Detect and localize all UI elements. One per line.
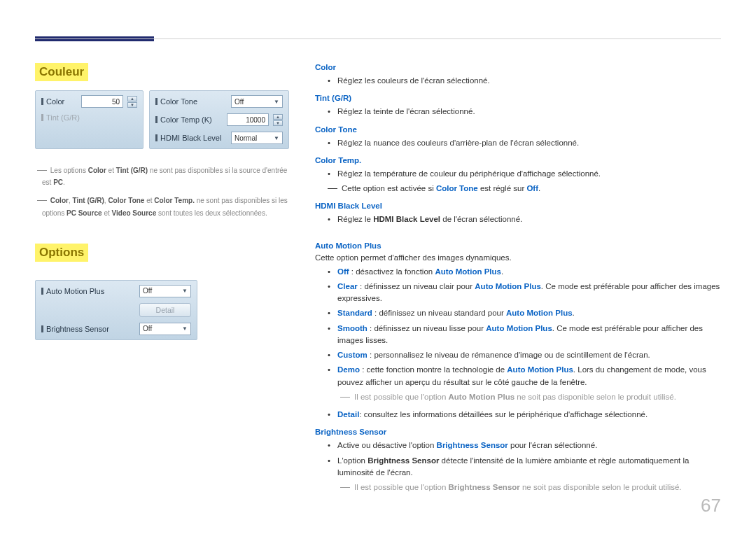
bullet-icon: • xyxy=(328,213,330,225)
chevron-down-icon: ▼ xyxy=(182,325,188,332)
bullet-item: •L'option Brightness Sensor détecte l'in… xyxy=(328,455,721,479)
fn-text: et xyxy=(102,209,112,217)
bullet-icon xyxy=(41,288,43,295)
fn-bold: Tint (G/R) xyxy=(72,197,104,204)
tint-label: Tint (G/R) xyxy=(41,113,137,122)
bullet-text: Demo : cette fonction montre la technolo… xyxy=(337,364,721,388)
bullet-text: Custom : personnalisez le niveau de réma… xyxy=(337,349,650,361)
label-text: Color Temp (K) xyxy=(160,115,212,124)
bullet-icon xyxy=(41,325,43,332)
bullet-text: Réglez la température de couleur du péri… xyxy=(337,168,601,180)
header-rule xyxy=(35,38,721,39)
couleur-panel2: Color Tone Off▼ Color Temp (K) 10000 ▲ ▼… xyxy=(149,90,289,149)
bullet-icon: • xyxy=(328,455,330,479)
chevron-down-icon: ▼ xyxy=(274,135,279,141)
colortemp-value: 10000 xyxy=(246,116,265,124)
dash-icon: ― xyxy=(340,391,350,403)
fn-bold: PC Source xyxy=(66,209,102,217)
bullet-icon: • xyxy=(328,307,330,319)
dash-icon: ― xyxy=(340,482,350,493)
term: Color xyxy=(315,63,721,71)
right-column: Color •Réglez les couleurs de l'écran sé… xyxy=(315,63,721,500)
select-value: Normal xyxy=(234,134,257,142)
bullet-icon: • xyxy=(328,349,330,361)
fn-bold: Color Temp. xyxy=(154,197,195,204)
bullet-icon xyxy=(155,134,158,141)
hdmiblack-select[interactable]: Normal▼ xyxy=(231,132,283,144)
term: Tint (G/R) xyxy=(315,94,721,102)
label-text: Color Tone xyxy=(160,97,197,106)
footnote1: ― Les options Color et Tint (G/R) ne son… xyxy=(35,162,294,188)
detail-button[interactable]: Detail xyxy=(139,303,191,317)
colortemp-row: Color Temp (K) 10000 ▲ ▼ xyxy=(151,111,287,129)
bullet-item: •Clear : définissez un niveau clair pour… xyxy=(328,281,721,305)
bullet-item: •Detail: consultez les informations déta… xyxy=(328,409,721,421)
term: Brightness Sensor xyxy=(315,428,721,436)
dash-icon: ― xyxy=(328,183,337,195)
bullet-icon: • xyxy=(328,137,330,149)
note-text: Il est possible que l'option Brightness … xyxy=(354,482,682,493)
term: HDMI Black Level xyxy=(315,202,721,210)
colortemp-input[interactable]: 10000 xyxy=(227,113,269,126)
fn-text: Les options xyxy=(50,167,88,174)
bullet-icon: • xyxy=(328,266,330,278)
fn-bold: PC xyxy=(53,178,63,186)
hdmiblack-row: HDMI Black Level Normal▼ xyxy=(151,129,287,147)
bullet-item: •Smooth : définissez un niveau lisse pou… xyxy=(328,323,721,347)
bullet-item: •Off : désactivez la fonction Auto Motio… xyxy=(328,266,721,278)
bullet-item: •Réglez les couleurs de l'écran sélectio… xyxy=(328,75,721,87)
automotion-label: Auto Motion Plus xyxy=(41,287,135,295)
bullet-text: Smooth : définissez un niveau lisse pour… xyxy=(337,323,721,347)
tint-row: Tint (G/R) xyxy=(37,111,141,125)
fn-bold: Tint (G/R) xyxy=(116,167,148,174)
couleur-panel1: Color 50 ▲ ▼ Tint (G/R) xyxy=(35,90,144,149)
bullet-item: •Demo : cette fonction montre la technol… xyxy=(328,364,721,388)
term: Color Tone xyxy=(315,125,721,134)
brightness-label: Brightness Sensor xyxy=(41,325,135,333)
page-number: 67 xyxy=(701,495,721,517)
colortone-select[interactable]: Off▼ xyxy=(231,95,283,108)
detail-row: Detail xyxy=(37,300,195,320)
step-down-icon[interactable]: ▼ xyxy=(273,120,283,126)
hdmi-block: HDMI Black Level •Réglez le HDMI Black L… xyxy=(315,202,721,225)
step-up-icon[interactable]: ▲ xyxy=(127,96,137,101)
bullet-icon xyxy=(41,98,43,105)
sub-note: ―Cette option est activée si Color Tone … xyxy=(328,183,721,195)
bullet-text: Réglez la teinte de l'écran sélectionné. xyxy=(337,106,475,118)
bullet-icon: • xyxy=(328,75,330,87)
label-text: HDMI Black Level xyxy=(160,134,221,142)
colortemp-block: Color Temp. •Réglez la température de co… xyxy=(315,156,721,195)
label-text: Auto Motion Plus xyxy=(46,287,104,295)
footnote2: ― Color, Tint (G/R), Color Tone et Color… xyxy=(35,192,294,218)
step-up-icon[interactable]: ▲ xyxy=(273,114,283,120)
fn-bold: Video Source xyxy=(112,209,157,217)
fn-text: et xyxy=(144,197,154,204)
chevron-down-icon: ▼ xyxy=(274,99,279,105)
brightness-row: Brightness Sensor Off▼ xyxy=(37,320,195,338)
fn-bold: Color xyxy=(50,197,69,204)
dash-icon: ― xyxy=(37,164,47,175)
bullet-icon: • xyxy=(328,409,330,421)
colortone-label: Color Tone xyxy=(155,97,227,106)
brightness-select[interactable]: Off▼ xyxy=(139,323,191,335)
automotion-select[interactable]: Off▼ xyxy=(139,285,191,297)
hdmiblack-label: HDMI Black Level xyxy=(155,134,227,142)
left-column: Couleur Color 50 ▲ ▼ Tint (G/R) xyxy=(35,63,294,500)
select-value: Off xyxy=(234,98,244,106)
color-label: Color xyxy=(41,97,77,106)
term: Color Temp. xyxy=(315,156,721,164)
bullet-icon: • xyxy=(328,440,330,451)
fn-text: sont toutes les deux sélectionnées. xyxy=(156,209,267,217)
bullet-item: •Standard : définissez un niveau standar… xyxy=(328,307,721,319)
options-heading: Options xyxy=(35,244,88,262)
colortemp-label: Color Temp (K) xyxy=(155,115,223,124)
label-text: Brightness Sensor xyxy=(46,325,109,333)
bullet-item: •Réglez la nuance des couleurs d'arrière… xyxy=(328,137,721,149)
color-input[interactable]: 50 xyxy=(81,95,123,108)
color-value: 50 xyxy=(112,98,120,106)
automotion-block: Auto Motion Plus Cette option permet d'a… xyxy=(315,241,721,421)
color-stepper: ▲ ▼ xyxy=(127,96,137,108)
bullet-icon: • xyxy=(328,168,330,180)
bullet-item: •Active ou désactive l'option Brightness… xyxy=(328,440,721,451)
step-down-icon[interactable]: ▼ xyxy=(127,102,137,108)
